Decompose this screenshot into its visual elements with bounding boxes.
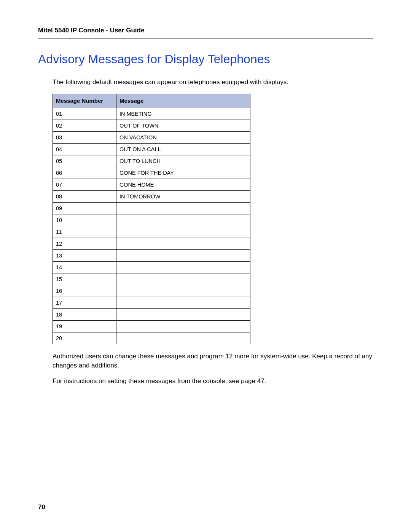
table-header-row: Message Number Message bbox=[53, 94, 250, 108]
cell-number: 04 bbox=[53, 143, 116, 155]
cell-number: 11 bbox=[53, 226, 116, 238]
cell-number: 03 bbox=[53, 131, 116, 143]
cell-number: 05 bbox=[53, 155, 116, 167]
cell-message: IN MEETING bbox=[116, 108, 250, 120]
paragraph-instructions: For instructions on setting these messag… bbox=[53, 377, 373, 386]
cell-message bbox=[116, 226, 250, 238]
cell-message bbox=[116, 332, 250, 344]
cell-message bbox=[116, 320, 250, 332]
intro-paragraph: The following default messages can appea… bbox=[53, 78, 373, 87]
table-body: 01IN MEETING 02OUT OF TOWN 03ON VACATION… bbox=[53, 108, 250, 344]
cell-number: 15 bbox=[53, 273, 116, 285]
cell-number: 13 bbox=[53, 249, 116, 261]
running-header: Mitel 5540 IP Console - User Guide bbox=[38, 27, 373, 38]
cell-message bbox=[116, 238, 250, 249]
page-number: 70 bbox=[38, 503, 45, 511]
cell-number: 06 bbox=[53, 167, 116, 179]
table-row: 04OUT ON A CALL bbox=[53, 143, 250, 155]
cell-number: 20 bbox=[53, 332, 116, 344]
section-title: Advisory Messages for Display Telephones bbox=[38, 52, 373, 66]
cell-number: 19 bbox=[53, 320, 116, 332]
body-content: The following default messages can appea… bbox=[38, 78, 373, 386]
table-row: 08IN TOMORROW bbox=[53, 190, 250, 202]
table-row: 20 bbox=[53, 332, 250, 344]
table-row: 12 bbox=[53, 238, 250, 249]
cell-number: 02 bbox=[53, 120, 116, 131]
col-header-message: Message bbox=[116, 94, 250, 108]
cell-message bbox=[116, 249, 250, 261]
cell-message bbox=[116, 297, 250, 308]
table-row: 09 bbox=[53, 202, 250, 214]
messages-table: Message Number Message 01IN MEETING 02OU… bbox=[53, 94, 250, 344]
cell-message bbox=[116, 214, 250, 226]
cell-message bbox=[116, 285, 250, 297]
cell-number: 07 bbox=[53, 179, 116, 190]
cell-number: 01 bbox=[53, 108, 116, 120]
cell-number: 12 bbox=[53, 238, 116, 249]
table-row: 14 bbox=[53, 261, 250, 273]
cell-message: OUT TO LUNCH bbox=[116, 155, 250, 167]
table-row: 06GONE FOR THE DAY bbox=[53, 167, 250, 179]
cell-message bbox=[116, 261, 250, 273]
table-row: 18 bbox=[53, 308, 250, 320]
table-row: 11 bbox=[53, 226, 250, 238]
table-row: 13 bbox=[53, 249, 250, 261]
cell-message bbox=[116, 308, 250, 320]
table-row: 05OUT TO LUNCH bbox=[53, 155, 250, 167]
cell-number: 16 bbox=[53, 285, 116, 297]
table-row: 03ON VACATION bbox=[53, 131, 250, 143]
cell-message: OUT OF TOWN bbox=[116, 120, 250, 131]
document-page: Mitel 5540 IP Console - User Guide Advis… bbox=[0, 0, 411, 532]
table-row: 10 bbox=[53, 214, 250, 226]
table-row: 07GONE HOME bbox=[53, 179, 250, 190]
table-row: 01IN MEETING bbox=[53, 108, 250, 120]
cell-message: OUT ON A CALL bbox=[116, 143, 250, 155]
table-row: 19 bbox=[53, 320, 250, 332]
cell-message bbox=[116, 273, 250, 285]
cell-message bbox=[116, 202, 250, 214]
table-row: 17 bbox=[53, 297, 250, 308]
cell-number: 17 bbox=[53, 297, 116, 308]
cell-message: ON VACATION bbox=[116, 131, 250, 143]
table-row: 15 bbox=[53, 273, 250, 285]
cell-number: 18 bbox=[53, 308, 116, 320]
cell-message: GONE HOME bbox=[116, 179, 250, 190]
table-row: 16 bbox=[53, 285, 250, 297]
table-row: 02OUT OF TOWN bbox=[53, 120, 250, 131]
cell-number: 10 bbox=[53, 214, 116, 226]
cell-number: 09 bbox=[53, 202, 116, 214]
paragraph-authorized: Authorized users can change these messag… bbox=[53, 352, 373, 370]
col-header-number: Message Number bbox=[53, 94, 116, 108]
cell-number: 14 bbox=[53, 261, 116, 273]
cell-message: IN TOMORROW bbox=[116, 190, 250, 202]
cell-message: GONE FOR THE DAY bbox=[116, 167, 250, 179]
cell-number: 08 bbox=[53, 190, 116, 202]
